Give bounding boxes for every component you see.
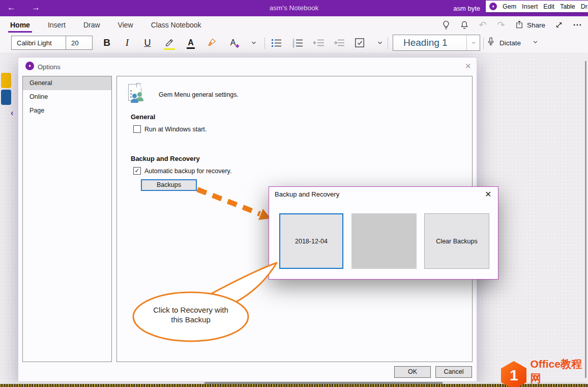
nav-chevron-icon[interactable]: ‹ <box>11 108 13 118</box>
run-at-start-checkbox-row[interactable]: Run at Windows start. <box>133 125 207 133</box>
office-logo-icon: 1 <box>501 361 526 387</box>
font-color-button[interactable]: A <box>182 35 199 51</box>
menu-item-table[interactable]: Table <box>560 3 575 10</box>
share-button[interactable]: Share <box>512 20 548 31</box>
callout-line-2: this Backup <box>145 315 237 325</box>
options-gem-icon: ♦ <box>25 62 34 70</box>
undo-icon: ↶ <box>475 18 490 32</box>
auto-backup-checkbox-row[interactable]: ✓ Automatic backup for recovery. <box>133 167 231 175</box>
general-section-heading: General <box>131 113 155 121</box>
style-selector[interactable]: Heading 1 <box>393 35 480 51</box>
underline-button[interactable]: U <box>139 35 156 51</box>
decrease-indent-button <box>310 35 328 51</box>
more-options-icon[interactable] <box>570 18 585 32</box>
dictate-button[interactable]: Dictate <box>486 35 539 51</box>
clear-backups-button[interactable]: Clear Backups <box>424 213 489 269</box>
backup-dialog-close-icon[interactable]: ✕ <box>485 189 491 199</box>
title-bar: ← → asm's Notebook asm byte ♦ Gem Insert… <box>0 0 588 16</box>
nav-item-page[interactable]: Page <box>23 104 111 118</box>
highlighter-button[interactable] <box>161 35 178 51</box>
section-tab-blue[interactable] <box>1 90 11 105</box>
auto-backup-checkbox[interactable]: ✓ <box>133 167 141 175</box>
options-dialog-title: Options <box>38 63 61 71</box>
todo-tag-button[interactable] <box>351 35 368 51</box>
increase-indent-button <box>331 35 348 51</box>
callout-bubble <box>130 257 282 344</box>
clear-formatting-button[interactable]: A◆ <box>224 35 242 51</box>
options-nav-list: General Online Page <box>22 76 112 362</box>
account-name[interactable]: asm byte <box>453 5 480 12</box>
menu-item-gem[interactable]: Gem <box>503 3 516 10</box>
expand-icon[interactable] <box>551 18 567 32</box>
tags-chevron-icon[interactable] <box>371 35 389 51</box>
dictate-label: Dictate <box>499 39 521 47</box>
gem-menu-bar: ♦ Gem Insert Edit Table Draw <box>486 1 588 12</box>
formatting-toolbar: Calibri Light 20 B I U A A◆ 123 Heading … <box>0 33 588 52</box>
bullet-list-button[interactable] <box>268 35 285 51</box>
callout-text: Click to Recovery with this Backup <box>145 306 237 325</box>
auto-backup-label: Automatic backup for recovery. <box>144 168 231 175</box>
ribbon-tab-row: Home Insert Draw View Class Notebook ↶ ↷… <box>0 16 588 33</box>
bottom-border-strip <box>0 384 588 387</box>
backup-section-heading: Backup and Recovery <box>131 155 200 162</box>
backup-tile-2018-12-04[interactable]: 2018-12-04 <box>279 213 343 269</box>
bold-button[interactable]: B <box>98 35 115 51</box>
tab-view[interactable]: View <box>117 21 134 29</box>
cancel-button[interactable]: Cancel <box>435 366 472 378</box>
style-selector-value: Heading 1 <box>393 37 466 48</box>
menu-item-insert[interactable]: Insert <box>522 3 538 10</box>
backup-dialog-title: Backup and Recovery <box>275 190 339 198</box>
bell-icon[interactable] <box>457 18 472 32</box>
font-size-select[interactable]: 20 <box>66 36 93 50</box>
share-label: Share <box>527 21 545 29</box>
font-options-chevron-icon[interactable] <box>245 35 262 51</box>
gem-settings-icon <box>127 84 146 104</box>
run-at-start-checkbox[interactable] <box>133 125 141 133</box>
menu-item-edit[interactable]: Edit <box>543 3 554 10</box>
tab-insert[interactable]: Insert <box>47 21 67 29</box>
nav-item-online[interactable]: Online <box>23 90 111 104</box>
vertical-scrollbar-thumb[interactable] <box>585 61 586 378</box>
tab-home[interactable]: Home <box>9 21 31 29</box>
font-name-select[interactable]: Calibri Light <box>11 36 66 50</box>
microphone-icon <box>486 37 495 49</box>
menu-item-draw[interactable]: Draw <box>581 3 588 10</box>
redo-icon: ↷ <box>493 18 509 32</box>
options-description: Gem Menu general settings. <box>159 91 239 98</box>
annotation-arrow <box>191 182 277 228</box>
lightbulb-icon[interactable] <box>438 18 454 32</box>
options-close-icon[interactable]: ✕ <box>465 62 472 71</box>
section-tab-yellow[interactable] <box>1 73 11 88</box>
style-selector-chevron-icon[interactable] <box>466 35 480 50</box>
tab-draw[interactable]: Draw <box>82 21 101 29</box>
tab-class-notebook[interactable]: Class Notebook <box>150 21 202 29</box>
watermark-site-name: Office教程网 <box>530 357 588 385</box>
site-watermark: 1 Office教程网 www.office26.com <box>501 357 588 387</box>
backup-recovery-dialog: Backup and Recovery ✕ 2018-12-04 Clear B… <box>269 186 498 280</box>
backups-button[interactable]: Backups <box>141 179 197 191</box>
dictate-chevron-icon[interactable] <box>532 38 539 47</box>
callout-line-1: Click to Recovery with <box>145 306 237 315</box>
share-icon <box>515 20 524 31</box>
ok-button[interactable]: OK <box>394 366 431 378</box>
format-painter-button[interactable] <box>203 35 221 51</box>
run-at-start-label: Run at Windows start. <box>144 126 207 133</box>
svg-text:3: 3 <box>292 44 295 47</box>
nav-item-general[interactable]: General <box>23 76 111 90</box>
gem-icon: ♦ <box>489 3 497 10</box>
backup-tile-empty[interactable] <box>351 213 417 269</box>
italic-button[interactable]: I <box>119 35 136 51</box>
numbered-list-button[interactable]: 123 <box>289 35 306 51</box>
